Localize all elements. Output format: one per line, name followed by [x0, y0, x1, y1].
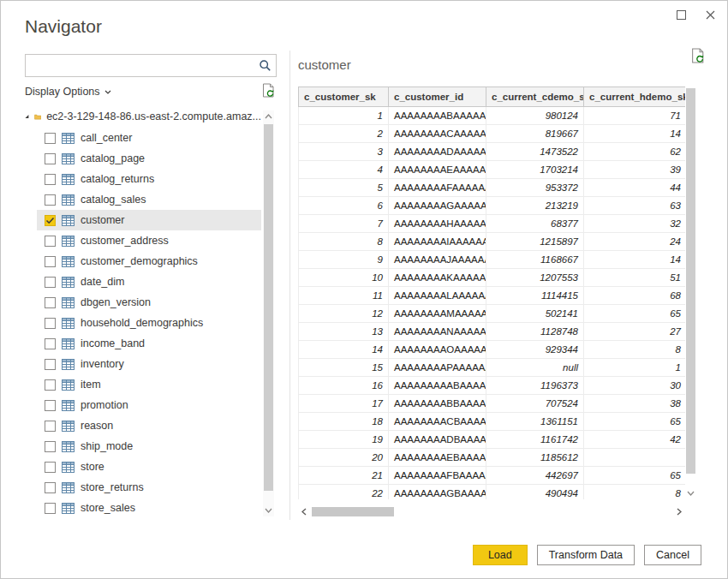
preview-vertical-scrollbar[interactable] — [685, 87, 696, 499]
tree-root-label: ec2-3-129-148-86.us-east-2.compute.amaz.… — [46, 110, 261, 122]
checkbox-ship_mode[interactable] — [45, 441, 56, 452]
tree-item-catalog_sales[interactable]: catalog_sales — [37, 189, 261, 210]
tree-scrollbar-thumb[interactable] — [264, 124, 273, 491]
table-cell: 15 — [299, 359, 389, 377]
tree-item-ship_mode[interactable]: ship_mode — [37, 436, 261, 457]
tree-item-customer[interactable]: customer — [37, 210, 261, 230]
table-cell: 1361151 — [486, 413, 584, 431]
checkbox-store_returns[interactable] — [45, 482, 56, 493]
checkbox-store[interactable] — [45, 462, 56, 473]
checkbox-catalog_returns[interactable] — [45, 174, 56, 185]
refresh-tree-icon[interactable] — [261, 83, 277, 101]
table-cell: AAAAAAAAJAAAAAAA — [389, 251, 486, 269]
maximize-button[interactable] — [672, 6, 689, 23]
tree-item-label: catalog_returns — [81, 173, 154, 185]
scroll-right-icon[interactable] — [673, 505, 685, 518]
tree-item-inventory[interactable]: inventory — [37, 354, 261, 374]
table-cell: null — [486, 359, 584, 377]
checkbox-income_band[interactable] — [45, 338, 56, 349]
table-icon — [62, 133, 75, 144]
tree-item-store_returns[interactable]: store_returns — [37, 477, 261, 498]
table-icon — [62, 482, 75, 493]
tree-item-label: customer_address — [81, 235, 169, 247]
checkbox-customer_address[interactable] — [45, 236, 56, 247]
close-button[interactable] — [701, 6, 719, 23]
load-button[interactable]: Load — [473, 545, 528, 565]
checkbox-reason[interactable] — [45, 421, 56, 432]
table-cell: 68377 — [486, 215, 584, 233]
table-cell — [584, 449, 686, 467]
table-header-row: c_customer_skc_customer_idc_current_cdem… — [299, 87, 686, 107]
checkbox-dbgen_version[interactable] — [45, 297, 56, 308]
tree-item-call_center[interactable]: call_center — [37, 128, 261, 148]
checkbox-customer_demographics[interactable] — [45, 256, 56, 267]
tree-item-store_sales[interactable]: store_sales — [37, 498, 261, 518]
table-icon — [62, 462, 75, 473]
tree-item-income_band[interactable]: income_band — [37, 333, 261, 354]
footer-buttons: Load Transform Data Cancel — [473, 545, 701, 565]
tree-item-label: inventory — [81, 358, 124, 370]
tree-scrollbar[interactable] — [263, 110, 274, 516]
tree-item-customer_demographics[interactable]: customer_demographics — [37, 251, 261, 272]
tree-item-household_demographics[interactable]: household_demographics — [37, 313, 261, 333]
close-icon — [706, 10, 715, 20]
checkbox-household_demographics[interactable] — [45, 318, 56, 329]
tree-item-customer_address[interactable]: customer_address — [37, 230, 261, 251]
checkbox-call_center[interactable] — [45, 133, 56, 144]
cancel-button[interactable]: Cancel — [644, 545, 701, 565]
tree-item-date_dim[interactable]: date_dim — [37, 272, 261, 292]
tree-item-item[interactable]: item — [37, 374, 261, 395]
table-cell: 16 — [299, 377, 389, 395]
refresh-preview-icon[interactable] — [690, 48, 707, 67]
scroll-up-icon[interactable] — [263, 110, 274, 122]
tree-item-catalog_page[interactable]: catalog_page — [37, 148, 261, 169]
column-header-c_customer_sk: c_customer_sk — [299, 87, 389, 107]
preview-vscroll-thumb[interactable] — [686, 88, 695, 474]
table-cell: AAAAAAAAGBAAAAAA — [389, 485, 486, 500]
table-icon — [62, 194, 75, 206]
checkbox-store_sales[interactable] — [45, 503, 56, 514]
tree-item-label: date_dim — [81, 276, 124, 288]
preview-title: customer — [298, 57, 351, 72]
table-cell: 19 — [299, 431, 389, 449]
tree-item-promotion[interactable]: promotion — [37, 395, 261, 415]
preview-table-wrap: c_customer_skc_customer_idc_current_cdem… — [298, 87, 685, 499]
table-row: 2AAAAAAAACAAAAAAA81966714 — [299, 125, 686, 143]
tree-item-dbgen_version[interactable]: dbgen_version — [37, 292, 261, 313]
expand-triangle-icon[interactable] — [25, 112, 29, 121]
table-cell: 51 — [584, 269, 686, 287]
table-cell: AAAAAAAAKAAAAAAA — [389, 269, 486, 287]
scroll-down-icon[interactable] — [263, 504, 274, 516]
table-cell: 1 — [584, 359, 686, 377]
checkbox-customer[interactable] — [45, 215, 56, 226]
checkbox-promotion[interactable] — [45, 400, 56, 411]
tree-item-store[interactable]: store — [37, 457, 261, 477]
preview-horizontal-scrollbar[interactable] — [298, 505, 685, 518]
table-cell: 1215897 — [486, 233, 584, 251]
search-input[interactable] — [26, 55, 254, 76]
folder-icon — [34, 111, 41, 122]
display-options-dropdown[interactable]: Display Options — [25, 86, 111, 98]
checkbox-date_dim[interactable] — [45, 277, 56, 288]
tree-item-reason[interactable]: reason — [37, 415, 261, 436]
checkbox-catalog_page[interactable] — [45, 153, 56, 164]
table-cell: AAAAAAAADBAAAAAA — [389, 431, 486, 449]
maximize-icon — [677, 10, 686, 20]
table-cell: 1185612 — [486, 449, 584, 467]
table-cell: 11 — [299, 287, 389, 305]
scroll-down-icon[interactable] — [685, 487, 696, 499]
tree-item-catalog_returns[interactable]: catalog_returns — [37, 169, 261, 189]
search-icon[interactable] — [254, 59, 276, 72]
transform-data-button[interactable]: Transform Data — [537, 545, 635, 565]
table-row: 18AAAAAAAACBAAAAAA136115165 — [299, 413, 686, 431]
checkbox-inventory[interactable] — [45, 359, 56, 370]
table-row: 12AAAAAAAAMAAAAAAA50214165 — [299, 305, 686, 323]
table-cell: 63 — [584, 197, 686, 215]
checkbox-catalog_sales[interactable] — [45, 194, 56, 206]
preview-hscroll-thumb[interactable] — [312, 507, 394, 516]
checkbox-item[interactable] — [45, 379, 56, 391]
table-cell: 39 — [584, 161, 686, 179]
scroll-left-icon[interactable] — [298, 505, 310, 518]
table-cell: 8 — [584, 341, 686, 359]
tree-root-server[interactable]: ec2-3-129-148-86.us-east-2.compute.amaz.… — [25, 105, 261, 128]
